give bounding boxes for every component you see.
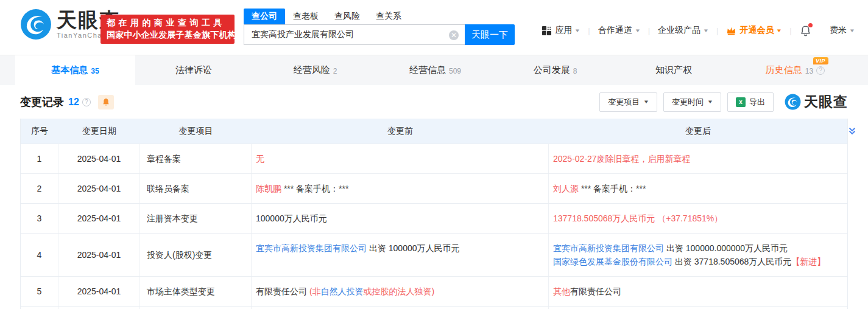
nav-vip-label: 开通会员 [739, 25, 774, 36]
top-nav: 应用 ▼ | 合作通道 ▼ | 企业级产品 ▼ | 开通会员 ▼ | [542, 24, 855, 36]
company-link[interactable]: 自然人投资 [321, 286, 364, 296]
cell-text: 【新进】 [791, 257, 825, 266]
section-title: 变更记录 [20, 95, 64, 109]
cell-change-item: 章程备案 [140, 144, 252, 173]
cell-text: 刘人源 [553, 184, 579, 193]
company-link[interactable]: 宜宾市高新投资集团有限公司 [256, 243, 367, 253]
tab-label: 法律诉讼 [175, 64, 212, 76]
cell-text: *** 备案手机：*** [281, 184, 348, 193]
company-tabbar: 基本信息 35 法律诉讼 经营风险 2 经营信息 509 公司发展 8 知识产权… [0, 55, 868, 85]
search-area: 查公司 查老板 查风险 查关系 ✕ 天眼一下 [244, 8, 515, 45]
divider: | [789, 26, 791, 35]
search-button[interactable]: 天眼一下 [465, 24, 515, 45]
table-row: 52025-04-01市场主体类型变更有限责任公司 (非自然人投资或控股的法人独… [21, 276, 847, 306]
cell-change-item: 市场主体类型变更 [140, 277, 252, 306]
nav-partner-label: 合作通道 [598, 25, 632, 36]
cell-change-item: 联络员备案 [140, 174, 252, 203]
cell-text: *** 备案手机：*** [579, 184, 646, 193]
divider: | [648, 26, 650, 35]
tab-count: 13 [805, 67, 813, 75]
cell-date: 2025-04-01 [58, 174, 140, 203]
notifications-bell-icon[interactable] [800, 24, 812, 36]
help-icon[interactable]: ? [816, 66, 825, 75]
tab-company-development[interactable]: 公司发展 8 [495, 55, 615, 85]
search-tab-relation[interactable]: 查关系 [376, 9, 401, 24]
crown-icon [726, 26, 736, 35]
cell-text: 137718.505068万人民币元 （+37.71851%） [553, 213, 722, 223]
company-link[interactable]: 国家绿色发展基金股份有限公司 [553, 257, 672, 266]
tab-count: 2 [333, 67, 337, 75]
tab-label: 基本信息 [51, 64, 88, 76]
search-input[interactable] [244, 25, 465, 44]
cell-text: 100000万人民币元 [256, 213, 327, 223]
tab-label: 历史信息 [766, 64, 802, 76]
cell-date: 2025-04-01 [58, 277, 140, 306]
clear-search-icon[interactable]: ✕ [449, 30, 459, 40]
cell-after: 137718.505068万人民币元 （+37.71851%） [549, 204, 847, 233]
table-header-row: 序号 变更日期 变更项目 变更前 变更后 [21, 119, 847, 144]
filter-label: 变更项目 [608, 97, 640, 108]
cell-date: 2025-04-01 [58, 204, 140, 233]
cell-no: 5 [21, 277, 58, 306]
search-tabs: 查公司 查老板 查风险 查关系 [244, 8, 515, 24]
tab-history-info[interactable]: VIP 历史信息 13 ? [735, 55, 855, 85]
filter-change-item-button[interactable]: 变更项目 ▼ [599, 92, 657, 112]
nav-apps-label: 应用 [555, 25, 572, 36]
chevron-down-icon: ▼ [635, 28, 641, 33]
col-header-item: 变更项目 [140, 126, 252, 137]
help-icon[interactable]: ? [82, 98, 91, 106]
tab-basic-info[interactable]: 基本信息 35 [15, 55, 135, 85]
nav-open-vip[interactable]: 开通会员 ▼ [726, 25, 782, 36]
apps-grid-icon [542, 26, 551, 35]
table-row: 32025-04-01注册资本变更100000万人民币元137718.50506… [21, 203, 847, 233]
promo-banner: 都在用的商业查询工具 国家中小企业发展子基金旗下机构 [101, 15, 235, 44]
export-button[interactable]: x 导出 [727, 92, 774, 112]
tab-operating-info[interactable]: 经营信息 509 [375, 55, 495, 85]
col-header-date: 变更日期 [58, 126, 140, 137]
cell-text: 出资 100000.000000万人民币元 [664, 243, 788, 253]
change-table-body: 12025-04-01章程备案无2025-02-27废除旧章程，启用新章程220… [21, 144, 847, 306]
cell-text: 出资 37718.505068万人民币元 [672, 257, 791, 266]
tab-intellectual-property[interactable]: 知识产权 [615, 55, 735, 85]
cell-no: 4 [21, 234, 58, 276]
cell-no: 2 [21, 174, 58, 203]
tab-count: 8 [573, 67, 577, 75]
section-count: 12 [68, 97, 79, 108]
banner-line2: 国家中小企业发展子基金旗下机构 [107, 30, 228, 41]
company-link[interactable]: 宜宾市高新投资集团有限公司 [553, 243, 664, 253]
chevron-down-icon: ▼ [643, 99, 649, 105]
divider: | [820, 26, 822, 35]
tab-label: 知识产权 [655, 64, 692, 76]
nav-enterprise[interactable]: 企业级产品 ▼ [658, 25, 708, 36]
watermark-logo: 天眼查 [785, 92, 848, 111]
nav-partner[interactable]: 合作通道 ▼ [598, 25, 640, 36]
excel-icon: x [736, 97, 746, 107]
filter-label: 变更时间 [672, 97, 704, 108]
nav-user[interactable]: 费米 ▼ [830, 25, 855, 36]
cell-text: 陈凯鹏 [256, 184, 281, 193]
cell-before: 陈凯鹏 *** 备案手机：*** [252, 174, 549, 203]
nav-apps[interactable]: 应用 ▼ [542, 25, 580, 36]
cell-after: 宜宾市高新投资集团有限公司 出资 100000.000000万人民币元国家绿色发… [549, 234, 847, 276]
subscribe-bell-icon[interactable] [98, 95, 114, 109]
cell-after: 其他有限责任公司 [549, 277, 847, 306]
tab-label: 公司发展 [534, 64, 570, 76]
cell-text: 无 [256, 154, 264, 164]
col-header-after: 变更后 [549, 126, 847, 137]
cell-change-item: 注册资本变更 [140, 204, 252, 233]
search-tab-risk[interactable]: 查风险 [334, 9, 360, 24]
table-row: 22025-04-01联络员备案陈凯鹏 *** 备案手机：***刘人源 *** … [21, 173, 847, 203]
cell-after: 2025-02-27废除旧章程，启用新章程 [549, 144, 847, 173]
tab-operating-risk[interactable]: 经营风险 2 [255, 55, 375, 85]
search-tab-boss[interactable]: 查老板 [293, 9, 319, 24]
col-header-no: 序号 [21, 126, 58, 137]
tab-legal-proceedings[interactable]: 法律诉讼 [135, 55, 255, 85]
col-header-before: 变更前 [252, 126, 549, 137]
filter-change-time-button[interactable]: 变更时间 ▼ [663, 92, 721, 112]
cell-text: 有限责任公司 [256, 286, 309, 296]
search-tab-company[interactable]: 查公司 [244, 9, 285, 24]
chevron-down-icon: ▼ [574, 28, 580, 33]
cell-before: 有限责任公司 (非自然人投资或控股的法人独资) [252, 277, 549, 306]
partial-next-row [21, 306, 847, 309]
collapse-double-chevron-icon[interactable] [847, 127, 862, 136]
